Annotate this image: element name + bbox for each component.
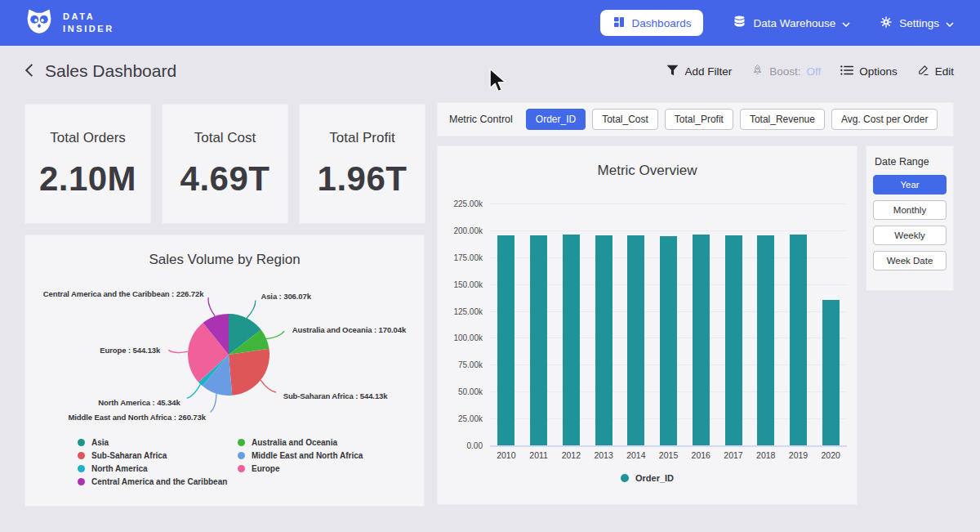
x-axis-tick: 2012 [555, 450, 587, 460]
bar-2010[interactable] [497, 235, 514, 445]
pie-label-sub-saharan-africa: Sub-Saharan Africa : 544.13k [283, 391, 388, 400]
settings-menu[interactable]: Settings [880, 16, 954, 31]
legend-item-middle-east-and-north-africa[interactable]: Middle East and North Africa [238, 449, 363, 462]
pie-legend-column: Australia and OceaniaMiddle East and Nor… [238, 436, 363, 488]
bar-slot [523, 235, 555, 445]
back-button[interactable] [24, 63, 33, 80]
metric-control-buttons: Order_IDTotal_CostTotal_ProfitTotal_Reve… [526, 109, 938, 130]
legend-label: Order_ID [635, 473, 674, 483]
metric-chip-order-id[interactable]: Order_ID [526, 109, 586, 130]
add-filter-button[interactable]: Add Filter [666, 65, 732, 78]
metric-chip-total-cost[interactable]: Total_Cost [592, 109, 658, 130]
legend-item-europe[interactable]: Europe [238, 462, 363, 475]
legend-item-australia-and-oceania[interactable]: Australia and Oceania [238, 436, 363, 449]
bar-2020[interactable] [822, 300, 840, 445]
metric-control-label: Metric Control [449, 114, 513, 125]
bar-2017[interactable] [725, 235, 742, 445]
legend-label: Australia and Oceania [252, 438, 337, 447]
kpi-card-total-cost: Total Cost 4.69T [162, 104, 288, 224]
x-axis-labels: 2010201120122013201420152016201720182019… [490, 450, 847, 460]
x-axis-tick: 2011 [523, 450, 555, 460]
legend-dot [621, 474, 629, 482]
bar-slot [587, 235, 620, 445]
top-navbar: DATA INSIDER Dashboards [0, 0, 980, 46]
kpi-label: Total Profit [329, 130, 394, 146]
boost-toggle[interactable]: Boost: Off [751, 64, 821, 78]
list-options-icon [840, 65, 853, 78]
x-axis-tick: 2016 [684, 450, 717, 460]
pie-legend-column: AsiaSub-Saharan AfricaNorth AmericaCentr… [78, 436, 238, 488]
legend-label: Asia [91, 438, 109, 447]
kpi-label: Total Orders [50, 130, 126, 146]
y-axis-tick: 175.00k [453, 253, 483, 262]
bar-slot [490, 235, 523, 445]
pie-slice-sub-saharan-africa[interactable] [229, 349, 270, 396]
sales-dashboard-screen: DATA INSIDER Dashboards [0, 0, 980, 532]
date-range-option-year[interactable]: Year [873, 175, 947, 194]
bar-2016[interactable] [693, 235, 710, 445]
page-title: Sales Dashboard [45, 61, 176, 81]
bar-2018[interactable] [757, 235, 774, 445]
data-warehouse-label: Data Warehouse [753, 17, 835, 29]
gridline [490, 445, 847, 447]
bar-slot [555, 235, 587, 445]
x-axis-tick: 2013 [587, 450, 620, 460]
y-axis-tick: 0.00 [467, 441, 483, 450]
x-axis-tick: 2014 [620, 450, 653, 460]
x-axis-tick: 2015 [653, 450, 685, 460]
legend-label: Sub-Saharan Africa [91, 451, 167, 460]
pie-leader-line [261, 380, 276, 392]
metric-chip-total-revenue[interactable]: Total_Revenue [740, 109, 825, 130]
legend-item-north-america[interactable]: North America [78, 462, 238, 475]
kpi-value: 4.69T [180, 159, 270, 199]
bar-2014[interactable] [627, 235, 644, 445]
chevron-left-icon [24, 63, 33, 80]
legend-label: North America [91, 464, 148, 473]
pie-label-central-america-and-the-caribbean: Central America and the Caribbean : 226.… [43, 288, 204, 297]
edit-button[interactable]: Edit [917, 64, 954, 78]
bar-slot [620, 235, 653, 445]
pie-leader-line [168, 350, 188, 352]
bar-slot [684, 235, 717, 445]
dashboards-label: Dashboards [632, 17, 692, 29]
bar-series [490, 203, 847, 445]
x-axis-tick: 2010 [490, 450, 523, 460]
gear-icon [880, 16, 893, 31]
options-button[interactable]: Options [840, 65, 898, 78]
metric-chip-total-profit[interactable]: Total_Profit [665, 109, 733, 130]
y-axis-tick: 50.00k [458, 387, 483, 396]
bar-2015[interactable] [660, 236, 677, 445]
bar-chart-legend[interactable]: Order_ID [438, 473, 857, 483]
bar-slot [814, 300, 847, 445]
legend-label: Central America and the Caribbean [91, 477, 227, 486]
bar-2011[interactable] [530, 235, 547, 445]
kpi-value: 1.96T [318, 159, 408, 199]
metric-chip-avg-cost-per-order[interactable]: Avg. Cost per Order [831, 109, 938, 130]
bar-slot [782, 235, 815, 445]
header-actions: Add Filter Boost: Off [666, 64, 954, 78]
legend-item-asia[interactable]: Asia [78, 436, 238, 449]
boost-state: Off [806, 65, 821, 78]
pie-chart: Asia : 306.07kAustralia and Oceania : 17… [25, 275, 424, 436]
data-warehouse-menu[interactable]: Data Warehouse [733, 15, 850, 31]
dashboards-button[interactable]: Dashboards [600, 10, 704, 36]
bar-2019[interactable] [790, 235, 807, 445]
y-axis-tick: 225.00k [453, 199, 483, 208]
filter-funnel-icon [666, 65, 679, 78]
date-range-option-weekly[interactable]: Weekly [873, 226, 947, 245]
bar-2012[interactable] [563, 235, 580, 445]
legend-item-central-america-and-the-caribbean[interactable]: Central America and the Caribbean [78, 475, 238, 488]
date-range-option-week-date[interactable]: Week Date [873, 251, 947, 270]
pie-label-north-america: North America : 45.34k [98, 397, 180, 406]
bar-2013[interactable] [595, 235, 612, 445]
y-axis-tick: 125.00k [453, 306, 483, 315]
legend-label: Middle East and North Africa [252, 451, 363, 460]
pie-chart-legend: AsiaSub-Saharan AfricaNorth AmericaCentr… [25, 436, 424, 488]
date-range-option-monthly[interactable]: Monthly [873, 200, 947, 220]
brand-name: DATA INSIDER [63, 11, 114, 36]
legend-item-sub-saharan-africa[interactable]: Sub-Saharan Africa [78, 449, 238, 462]
pie-label-middle-east-and-north-africa: Middle East and North Africa : 260.73k [68, 413, 205, 422]
pie-svg [25, 275, 424, 436]
legend-dot [238, 465, 245, 472]
legend-dot [78, 478, 85, 485]
